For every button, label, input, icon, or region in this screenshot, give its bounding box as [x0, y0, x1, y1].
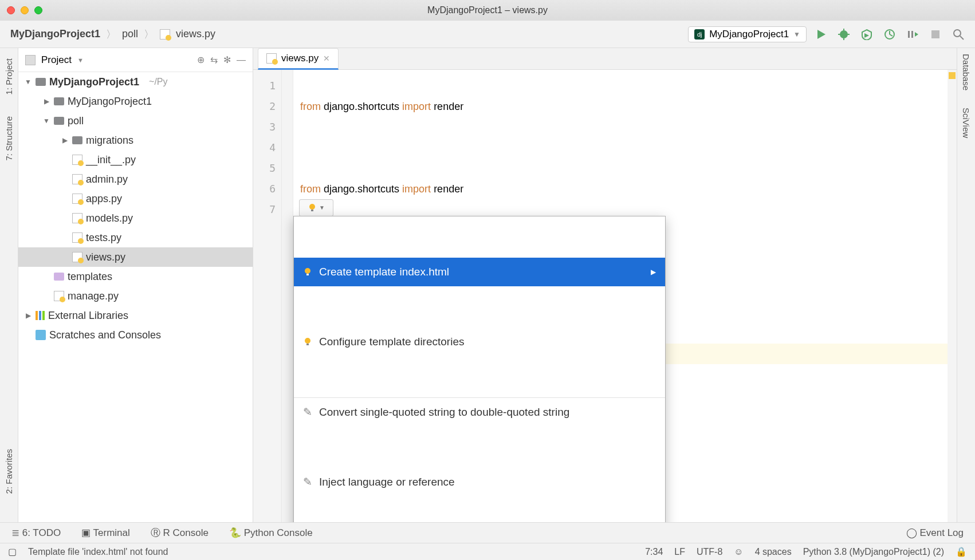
- tree-item[interactable]: ▶ External Libraries: [18, 306, 253, 325]
- tree-label: __init__.py: [86, 154, 136, 166]
- popup-item-label: Create template index.html: [319, 262, 449, 282]
- tree-item[interactable]: __init__.py: [18, 150, 253, 169]
- django-icon: dj: [694, 29, 705, 40]
- editor-tab-label: views.py: [281, 53, 319, 64]
- tree-item[interactable]: Scratches and Consoles: [18, 325, 253, 345]
- status-bar: ▢ Template file 'index.html' not found 7…: [0, 543, 975, 560]
- templates-folder-icon: [54, 273, 64, 281]
- run-coverage-button[interactable]: [860, 28, 873, 41]
- inspections-icon[interactable]: ☺: [734, 547, 743, 557]
- marker-stripe[interactable]: [948, 70, 957, 522]
- tree-label: apps.py: [86, 193, 122, 205]
- tree-label: Scratches and Consoles: [49, 329, 161, 341]
- project-panel: Project ▼ ⊕ ⇆ ✻ — ▼ MyDjangoProject1 ~/P…: [18, 48, 253, 522]
- tree-item[interactable]: apps.py: [18, 189, 253, 208]
- stop-button[interactable]: [929, 28, 942, 41]
- editor-tab[interactable]: views.py ✕: [258, 48, 339, 70]
- tree-item[interactable]: admin.py: [18, 169, 253, 189]
- tree-item-selected[interactable]: views.py: [18, 247, 253, 267]
- svg-rect-6: [931, 30, 939, 38]
- attach-button[interactable]: [906, 28, 919, 41]
- favorites-tool-tab[interactable]: 2: Favorites: [4, 449, 14, 494]
- tree-item[interactable]: templates: [18, 267, 253, 286]
- intention-item-create-template[interactable]: Create template index.html ▶: [294, 258, 665, 286]
- tree-label: tests.py: [86, 232, 121, 244]
- python-file-icon: [72, 194, 82, 204]
- todo-tool-button[interactable]: ≣ 6: TODO: [11, 527, 61, 539]
- expand-arrow-icon[interactable]: ▶: [61, 136, 69, 144]
- project-view-icon: [25, 55, 36, 65]
- profile-button[interactable]: [883, 28, 896, 41]
- terminal-tool-button[interactable]: ▣ Terminal: [81, 527, 130, 539]
- search-everywhere-button[interactable]: [952, 28, 965, 41]
- expand-arrow-icon[interactable]: ▶: [42, 97, 50, 105]
- tree-item[interactable]: ▶ MyDjangoProject1: [18, 92, 253, 111]
- intention-item-convert-quotes[interactable]: ✎ Convert single-quoted string to double…: [294, 397, 665, 427]
- window-close-button[interactable]: [7, 6, 15, 14]
- project-tool-tab[interactable]: 1: Project: [4, 54, 14, 99]
- tree-root[interactable]: ▼ MyDjangoProject1 ~/Py: [18, 72, 253, 92]
- tree-label: manage.py: [68, 290, 119, 302]
- window-minimize-button[interactable]: [21, 6, 29, 14]
- line-ending[interactable]: LF: [674, 547, 685, 557]
- hide-icon[interactable]: —: [237, 55, 246, 65]
- lightbulb-icon: [303, 337, 312, 346]
- debug-button[interactable]: [838, 28, 850, 41]
- locate-icon[interactable]: ⊕: [197, 54, 205, 65]
- tree-item[interactable]: manage.py: [18, 286, 253, 306]
- svg-rect-14: [306, 344, 309, 345]
- close-icon[interactable]: ✕: [323, 54, 330, 63]
- event-log-button[interactable]: ◯ Event Log: [906, 527, 964, 539]
- tree-item[interactable]: models.py: [18, 208, 253, 228]
- code-editor[interactable]: from django.shortcuts import render from…: [293, 70, 948, 522]
- expand-arrow-icon[interactable]: ▶: [24, 311, 32, 320]
- fold-gutter[interactable]: [282, 70, 293, 522]
- settings-icon[interactable]: ✻: [223, 54, 231, 65]
- line-number: 1: [253, 76, 281, 96]
- intention-item-configure-dirs[interactable]: Configure template directories: [294, 328, 665, 356]
- sciview-tool-tab[interactable]: SciView: [961, 108, 971, 138]
- breadcrumb-separator: 〉: [144, 27, 154, 41]
- run-button[interactable]: [815, 28, 827, 41]
- run-config-selector[interactable]: dj MyDjangoProject1 ▼: [688, 26, 807, 42]
- caret-position[interactable]: 7:34: [645, 547, 663, 557]
- lock-icon[interactable]: 🔒: [956, 546, 967, 557]
- tree-label: MyDjangoProject1: [49, 76, 139, 88]
- warning-marker-icon[interactable]: [949, 72, 956, 79]
- file-encoding[interactable]: UTF-8: [697, 547, 722, 557]
- database-tool-tab[interactable]: Database: [961, 54, 971, 90]
- intention-item-inject-lang[interactable]: ✎ Inject language or reference: [294, 468, 665, 496]
- tree-item[interactable]: ▶ migrations: [18, 131, 253, 150]
- python-file-icon: [266, 53, 277, 64]
- breadcrumb-root[interactable]: MyDjangoProject1: [10, 28, 100, 40]
- editor-body[interactable]: 1 2 3 4 5 6 7 from django.shortcuts impo…: [253, 70, 957, 522]
- dropdown-icon[interactable]: ▼: [77, 57, 84, 64]
- python-file-icon: [72, 252, 82, 262]
- indent-settings[interactable]: 4 spaces: [755, 547, 792, 557]
- status-icon[interactable]: ▢: [8, 546, 17, 557]
- line-number: 2: [253, 96, 281, 117]
- tree-item[interactable]: tests.py: [18, 228, 253, 247]
- window-zoom-button[interactable]: [34, 6, 42, 14]
- intention-bulb[interactable]: ▼: [299, 199, 333, 216]
- interpreter-selector[interactable]: Python 3.8 (MyDjangoProject1) (2): [803, 547, 944, 557]
- breadcrumb-folder[interactable]: poll: [122, 28, 138, 40]
- structure-tool-tab[interactable]: 7: Structure: [4, 116, 14, 161]
- line-number: 5: [253, 158, 281, 179]
- expand-arrow-icon[interactable]: ▼: [24, 78, 32, 86]
- line-number: 4: [253, 137, 281, 158]
- python-console-tool-button[interactable]: 🐍 Python Console: [229, 527, 313, 539]
- lightbulb-icon: [308, 203, 317, 212]
- project-tree[interactable]: ▼ MyDjangoProject1 ~/Py ▶ MyDjangoProjec…: [18, 72, 253, 522]
- lightbulb-icon: [303, 267, 312, 277]
- svg-rect-12: [306, 274, 309, 275]
- tree-item[interactable]: ▼ poll: [18, 111, 253, 131]
- breadcrumb-file[interactable]: views.py: [176, 28, 215, 40]
- libraries-icon: [36, 311, 45, 320]
- expand-arrow-icon[interactable]: ▼: [42, 117, 50, 125]
- project-view-label[interactable]: Project: [41, 54, 72, 66]
- collapse-icon[interactable]: ⇆: [210, 54, 218, 65]
- rconsole-tool-button[interactable]: Ⓡ R Console: [151, 526, 209, 539]
- scratches-icon: [36, 330, 46, 340]
- tree-label: templates: [68, 271, 112, 283]
